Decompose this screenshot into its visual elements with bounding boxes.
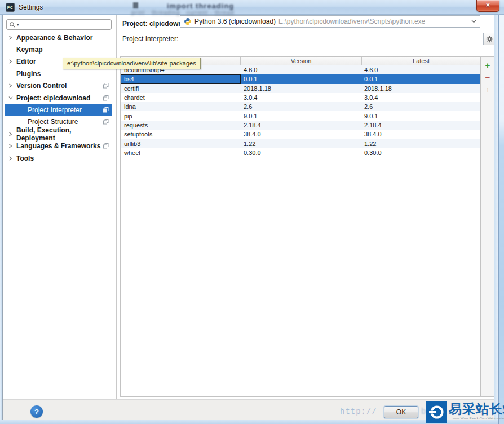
sidebar-item-label: Project Structure — [28, 118, 78, 126]
settings-window: import threading print : threading . cur… — [0, 0, 504, 424]
sidebar-item-label: Plugins — [16, 70, 41, 78]
window-title: Settings — [19, 3, 43, 11]
sidebar-item-project-interpreter[interactable]: Project Interpreter — [5, 104, 112, 116]
window-frame-left — [0, 15, 2, 424]
package-version-cell: 2018.1.18 — [241, 84, 362, 93]
chevron-right-icon[interactable] — [8, 36, 16, 40]
ok-button[interactable]: OK — [384, 406, 418, 418]
package-version-cell: 9.0.1 — [241, 111, 362, 120]
sidebar-item-keymap[interactable]: Keymap — [5, 43, 112, 55]
packages-toolbar: + − ↑ — [481, 56, 495, 397]
python-logo-icon — [184, 17, 192, 25]
package-version-cell: 4.6.0 — [241, 65, 362, 74]
sidebar-item-label: Tools — [16, 154, 34, 162]
package-row-chardet[interactable]: chardet3.0.43.0.4 — [121, 93, 480, 102]
package-latest-cell: 9.0.1 — [362, 111, 480, 120]
package-latest-cell: 3.0.4 — [362, 93, 480, 102]
project-scope-icon — [103, 107, 109, 113]
package-row-pip[interactable]: pip9.0.19.0.1 — [121, 111, 480, 120]
package-name-cell: certifi — [121, 84, 241, 93]
background-code-text-2: print : threading . current - thread — [131, 10, 234, 16]
remove-package-button[interactable]: − — [482, 71, 494, 82]
search-history-arrow-icon[interactable]: ▾ — [17, 23, 19, 27]
url-watermark: http:// — [340, 407, 377, 416]
package-version-cell: 38.4.0 — [241, 130, 362, 139]
package-version-cell: 0.30.0 — [241, 148, 362, 157]
package-row-bs4[interactable]: bs40.0.10.0.1 — [121, 74, 480, 83]
sidebar-item-project-clpicdownload[interactable]: Project: clpicdownload — [5, 92, 112, 104]
site-subtitle: —— Www.Easck.Com Webmaster —— — [449, 417, 504, 420]
package-name-cell: urllib3 — [121, 139, 241, 148]
chevron-right-icon[interactable] — [8, 59, 16, 64]
sidebar-item-label: Project: clpicdownload — [16, 94, 90, 102]
sidebar-item-languages-frameworks[interactable]: Languages & Frameworks — [5, 140, 112, 152]
sidebar-item-label: Version Control — [16, 82, 67, 90]
chevron-right-icon[interactable] — [8, 132, 16, 136]
path-tooltip: e:\python\clpicdownload\venv\lib\site-pa… — [63, 58, 201, 69]
package-version-cell: 3.0.4 — [241, 93, 362, 102]
sidebar-item-label: Build, Execution, Deployment — [16, 126, 112, 142]
chevron-right-icon[interactable] — [8, 156, 16, 161]
dialog-footer: http:// blog. ? OK — [3, 399, 494, 421]
title-bar[interactable]: import threading print : threading . cur… — [0, 0, 504, 15]
site-watermark-text: 易采站长站 —— Www.Easck.Com Webmaster —— — [449, 401, 504, 420]
sidebar-item-label: Keymap — [16, 46, 43, 54]
package-version-cell: 1.22 — [241, 139, 362, 148]
package-row-certifi[interactable]: certifi2018.1.182018.1.18 — [121, 84, 480, 93]
column-header-latest[interactable]: Latest — [362, 57, 480, 65]
site-name: 易采站长站 — [449, 401, 504, 416]
interpreter-path: E:\python\clpicdownload\venv\Scripts\pyt… — [278, 17, 466, 25]
package-row-idna[interactable]: idna2.62.6 — [121, 102, 480, 111]
chevron-down-icon[interactable] — [471, 20, 476, 23]
add-package-button[interactable]: + — [482, 59, 494, 70]
site-logo-icon — [426, 401, 447, 423]
sidebar-item-plugins[interactable]: Plugins — [5, 68, 112, 80]
chevron-right-icon[interactable] — [8, 83, 16, 88]
sidebar-item-label: Project Interpreter — [28, 106, 82, 114]
package-name-cell: requests — [121, 121, 241, 130]
background-window-edge — [498, 15, 504, 424]
window-frame-right — [494, 15, 498, 424]
upgrade-package-button[interactable]: ↑ — [482, 83, 494, 95]
package-row-requests[interactable]: requests2.18.42.18.4 — [121, 121, 480, 130]
project-scope-icon — [103, 95, 109, 101]
project-scope-icon — [103, 83, 109, 89]
package-row-wheel[interactable]: wheel0.30.00.30.0 — [121, 148, 480, 157]
package-latest-cell: 2.18.4 — [362, 121, 480, 130]
close-button[interactable]: × — [476, 0, 499, 12]
sidebar-item-appearance-behavior[interactable]: Appearance & Behavior — [5, 32, 112, 43]
packages-table-body: beautifulsoup44.6.04.6.0bs40.0.10.0.1cer… — [121, 65, 480, 157]
column-header-version[interactable]: Version — [241, 57, 362, 65]
search-icon — [9, 21, 16, 28]
help-button[interactable]: ? — [30, 405, 43, 418]
interpreter-label: Project Interpreter: — [122, 35, 180, 43]
project-scope-icon — [103, 119, 109, 125]
package-row-urllib3[interactable]: urllib31.221.22 — [121, 139, 480, 148]
package-version-cell: 2.18.4 — [241, 121, 362, 130]
sidebar-item-label: Editor — [16, 58, 36, 65]
chevron-down-icon[interactable] — [8, 96, 16, 100]
sidebar-item-label: Languages & Frameworks — [16, 142, 100, 150]
package-row-setuptools[interactable]: setuptools38.4.038.4.0 — [121, 130, 480, 139]
sidebar-item-tools[interactable]: Tools — [5, 152, 112, 164]
sidebar-item-label: Appearance & Behavior — [16, 34, 92, 42]
search-input[interactable]: ▾ — [6, 19, 112, 30]
package-latest-cell: 0.30.0 — [362, 148, 480, 157]
package-name-cell: bs4 — [121, 74, 241, 83]
settings-tree: Appearance & BehaviorKeymapEditorPlugins… — [3, 32, 117, 164]
sidebar-item-build-execution-deployment[interactable]: Build, Execution, Deployment — [5, 128, 112, 140]
package-latest-cell: 4.6.0 — [362, 65, 480, 74]
package-latest-cell: 1.22 — [362, 139, 480, 148]
packages-table: Package Version Latest beautifulsoup44.6… — [120, 56, 481, 397]
package-name-cell: pip — [121, 111, 241, 120]
chevron-right-icon[interactable] — [8, 144, 16, 148]
interpreter-row: Project Interpreter: — [122, 33, 180, 45]
sidebar-item-version-control[interactable]: Version Control — [5, 80, 112, 92]
project-scope-icon — [103, 143, 109, 149]
settings-dialog: ▾ Appearance & BehaviorKeymapEditorPlugi… — [2, 15, 494, 420]
window-frame-bottom — [0, 420, 498, 424]
interpreter-select[interactable]: Python 3.6 (clpicdownload) E:\python\clp… — [180, 15, 480, 28]
package-latest-cell: 2018.1.18 — [362, 84, 480, 93]
site-watermark: 易采站长站 —— Www.Easck.Com Webmaster —— — [426, 401, 504, 423]
background-editor-blur — [133, 2, 138, 8]
